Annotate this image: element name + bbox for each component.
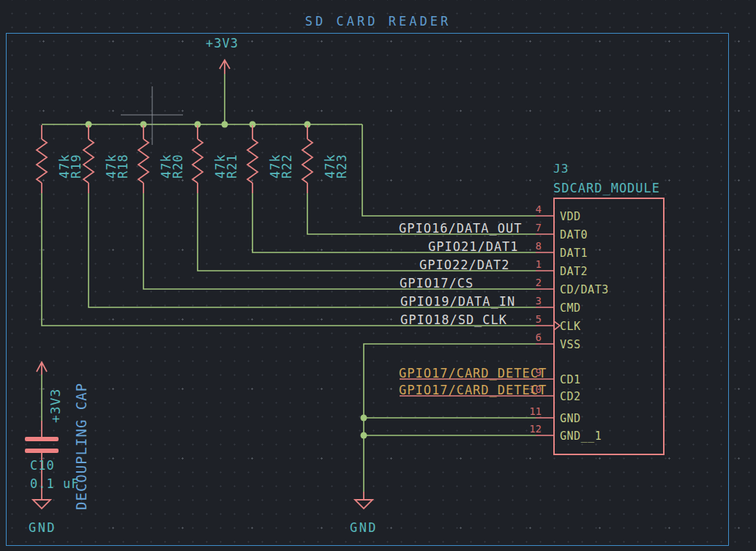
- connector-value[interactable]: SDCARD_MODULE: [553, 181, 660, 195]
- capacitor-value[interactable]: 0.1 uF: [30, 476, 79, 491]
- power-label-3v3-cap[interactable]: +3V3: [49, 389, 61, 423]
- resistor-ref[interactable]: R20: [172, 154, 184, 179]
- gnd-symbol-bottom[interactable]: [355, 492, 373, 509]
- net-label-card-detect[interactable]: GPIO17/CARD_DETECT: [399, 383, 547, 397]
- resistor-R20[interactable]: [138, 125, 149, 193]
- junction-dot[interactable]: [361, 432, 367, 439]
- wire-vdd[interactable]: [362, 124, 536, 216]
- capacitor-ref[interactable]: C10: [30, 458, 55, 473]
- pin-name[interactable]: CD1: [560, 373, 581, 386]
- pin-number[interactable]: 11: [509, 405, 542, 417]
- pin-name[interactable]: DAT2: [560, 265, 588, 278]
- resistor-ref[interactable]: R21: [226, 154, 239, 179]
- pin-name[interactable]: VSS: [560, 338, 581, 351]
- resistor-R21[interactable]: [192, 125, 203, 193]
- pin-number[interactable]: 5: [509, 313, 542, 325]
- resistor-R23[interactable]: [302, 125, 312, 193]
- junction-dot[interactable]: [222, 121, 228, 128]
- capacitor-plate[interactable]: [25, 449, 59, 453]
- connector-ref[interactable]: J3: [553, 162, 569, 176]
- pin-number[interactable]: 2: [509, 277, 542, 288]
- power-label-3v3-top[interactable]: +3V3: [206, 36, 239, 50]
- net-label[interactable]: GPIO19/DATA_IN: [400, 294, 515, 309]
- power-3v3-arrow-top[interactable]: [220, 60, 230, 74]
- pin-name[interactable]: CD/DAT3: [560, 283, 609, 296]
- pin-name[interactable]: GND: [560, 412, 581, 425]
- net-label[interactable]: GPIO17/CS: [400, 276, 474, 291]
- power-3v3-arrow-cap[interactable]: [37, 362, 47, 375]
- pin-number[interactable]: 12: [509, 423, 542, 435]
- capacitor-C10[interactable]: [25, 437, 59, 453]
- junction-dot[interactable]: [361, 415, 367, 421]
- net-label[interactable]: GPIO18/SD_CLK: [400, 312, 507, 327]
- schematic-graphics: [0, 0, 756, 551]
- pin-number[interactable]: 4: [509, 203, 542, 215]
- pin-name[interactable]: CLK: [560, 320, 581, 333]
- clock-pin-icon: [554, 321, 560, 330]
- resistor-ref[interactable]: R18: [117, 154, 130, 179]
- resistor-ref[interactable]: R22: [281, 154, 293, 179]
- pin-name[interactable]: CD2: [560, 390, 581, 403]
- net-label[interactable]: GPIO21/DAT1: [428, 239, 519, 254]
- pin-number[interactable]: 6: [509, 331, 542, 343]
- schematic-canvas: SD CARD READER: [0, 0, 756, 551]
- pin-number[interactable]: 1: [509, 258, 542, 270]
- gnd-label-bottom[interactable]: GND: [343, 520, 384, 535]
- cursor-crosshair-icon: [121, 86, 183, 145]
- resistor-R19[interactable]: [37, 125, 47, 193]
- gnd-label-left[interactable]: GND: [22, 520, 63, 535]
- resistor-ref[interactable]: R23: [336, 154, 348, 179]
- capacitor-note[interactable]: DECOUPLING CAP: [75, 383, 88, 510]
- net-label[interactable]: GPIO16/DATA_OUT: [399, 221, 523, 236]
- pin-name[interactable]: CMD: [560, 301, 581, 315]
- gnd-symbol-left[interactable]: [33, 500, 50, 509]
- net-label-card-detect[interactable]: GPIO17/CARD_DETECT: [399, 366, 547, 381]
- net-label[interactable]: GPIO22/DAT2: [419, 258, 510, 272]
- pin-name[interactable]: GND__1: [560, 430, 602, 443]
- capacitor-plate[interactable]: [25, 437, 59, 441]
- pin-name[interactable]: DAT1: [560, 247, 588, 260]
- resistor-R18[interactable]: [83, 125, 94, 193]
- resistor-ref[interactable]: R19: [70, 154, 83, 179]
- pin-name[interactable]: VDD: [560, 210, 581, 223]
- resistor-R22[interactable]: [247, 125, 258, 193]
- pin-name[interactable]: DAT0: [560, 228, 588, 241]
